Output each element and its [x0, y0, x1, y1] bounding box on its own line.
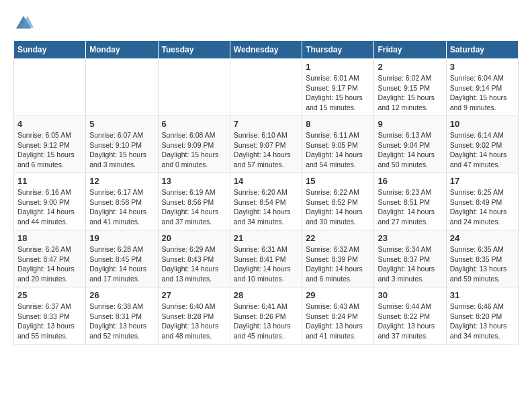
logo	[13, 13, 36, 34]
day-of-week-header: Friday	[374, 41, 446, 59]
calendar-day-cell: 11Sunrise: 6:16 AM Sunset: 9:00 PM Dayli…	[14, 173, 86, 230]
page-header	[13, 13, 519, 34]
calendar-day-cell: 12Sunrise: 6:17 AM Sunset: 8:58 PM Dayli…	[86, 173, 158, 230]
day-info: Sunrise: 6:37 AM Sunset: 8:33 PM Dayligh…	[17, 302, 82, 341]
day-number: 21	[234, 233, 298, 243]
day-info: Sunrise: 6:22 AM Sunset: 8:52 PM Dayligh…	[306, 187, 370, 227]
calendar-week-row: 11Sunrise: 6:16 AM Sunset: 9:00 PM Dayli…	[14, 173, 519, 230]
day-info: Sunrise: 6:13 AM Sunset: 9:04 PM Dayligh…	[378, 130, 442, 170]
calendar-day-cell: 30Sunrise: 6:44 AM Sunset: 8:22 PM Dayli…	[374, 287, 446, 345]
day-number: 22	[306, 233, 370, 243]
calendar-day-cell: 16Sunrise: 6:23 AM Sunset: 8:51 PM Dayli…	[374, 173, 446, 230]
day-info: Sunrise: 6:46 AM Sunset: 8:20 PM Dayligh…	[450, 302, 515, 341]
day-number: 31	[450, 290, 515, 300]
day-of-week-header: Thursday	[302, 41, 374, 59]
calendar-week-row: 1Sunrise: 6:01 AM Sunset: 9:17 PM Daylig…	[14, 59, 519, 116]
day-number: 19	[89, 233, 154, 243]
calendar-day-cell: 7Sunrise: 6:10 AM Sunset: 9:07 PM Daylig…	[230, 116, 302, 173]
day-number: 9	[378, 119, 442, 129]
day-info: Sunrise: 6:02 AM Sunset: 9:15 PM Dayligh…	[378, 73, 442, 113]
day-number: 28	[234, 290, 298, 300]
day-number: 23	[378, 233, 442, 243]
day-info: Sunrise: 6:07 AM Sunset: 9:10 PM Dayligh…	[89, 130, 154, 170]
calendar-day-cell: 10Sunrise: 6:14 AM Sunset: 9:02 PM Dayli…	[446, 116, 518, 173]
calendar-day-cell: 2Sunrise: 6:02 AM Sunset: 9:15 PM Daylig…	[374, 59, 446, 116]
calendar-day-cell: 28Sunrise: 6:41 AM Sunset: 8:26 PM Dayli…	[230, 287, 302, 345]
calendar-day-cell	[14, 59, 86, 116]
day-number: 12	[89, 176, 154, 186]
day-info: Sunrise: 6:41 AM Sunset: 8:26 PM Dayligh…	[234, 302, 298, 341]
day-number: 14	[234, 176, 298, 186]
day-of-week-header: Saturday	[446, 41, 518, 59]
day-of-week-header: Monday	[86, 41, 158, 59]
day-of-week-header: Sunday	[14, 41, 86, 59]
calendar-day-cell: 27Sunrise: 6:40 AM Sunset: 8:28 PM Dayli…	[158, 287, 230, 345]
day-info: Sunrise: 6:19 AM Sunset: 8:56 PM Dayligh…	[162, 187, 226, 227]
day-info: Sunrise: 6:16 AM Sunset: 9:00 PM Dayligh…	[17, 187, 82, 227]
calendar-day-cell: 23Sunrise: 6:34 AM Sunset: 8:37 PM Dayli…	[374, 230, 446, 287]
calendar-day-cell: 31Sunrise: 6:46 AM Sunset: 8:20 PM Dayli…	[446, 287, 518, 345]
calendar-day-cell: 9Sunrise: 6:13 AM Sunset: 9:04 PM Daylig…	[374, 116, 446, 173]
day-number: 2	[378, 62, 442, 72]
calendar-day-cell: 13Sunrise: 6:19 AM Sunset: 8:56 PM Dayli…	[158, 173, 230, 230]
day-info: Sunrise: 6:25 AM Sunset: 8:49 PM Dayligh…	[450, 187, 515, 227]
calendar-day-cell	[158, 59, 230, 116]
day-info: Sunrise: 6:14 AM Sunset: 9:02 PM Dayligh…	[450, 130, 515, 170]
day-number: 7	[234, 119, 298, 129]
calendar-week-row: 25Sunrise: 6:37 AM Sunset: 8:33 PM Dayli…	[14, 287, 519, 345]
calendar-day-cell: 6Sunrise: 6:08 AM Sunset: 9:09 PM Daylig…	[158, 116, 230, 173]
logo-icon	[13, 13, 34, 34]
calendar-day-cell: 14Sunrise: 6:20 AM Sunset: 8:54 PM Dayli…	[230, 173, 302, 230]
calendar-day-cell: 3Sunrise: 6:04 AM Sunset: 9:14 PM Daylig…	[446, 59, 518, 116]
day-number: 25	[17, 290, 82, 300]
calendar-day-cell: 4Sunrise: 6:05 AM Sunset: 9:12 PM Daylig…	[14, 116, 86, 173]
day-number: 3	[450, 62, 515, 72]
day-info: Sunrise: 6:43 AM Sunset: 8:24 PM Dayligh…	[306, 302, 370, 341]
day-info: Sunrise: 6:31 AM Sunset: 8:41 PM Dayligh…	[234, 244, 298, 284]
calendar-day-cell: 29Sunrise: 6:43 AM Sunset: 8:24 PM Dayli…	[302, 287, 374, 345]
calendar-day-cell: 8Sunrise: 6:11 AM Sunset: 9:05 PM Daylig…	[302, 116, 374, 173]
day-number: 13	[162, 176, 226, 186]
calendar-day-cell: 26Sunrise: 6:38 AM Sunset: 8:31 PM Dayli…	[86, 287, 158, 345]
day-of-week-header: Tuesday	[158, 41, 230, 59]
day-info: Sunrise: 6:35 AM Sunset: 8:35 PM Dayligh…	[450, 244, 515, 284]
calendar-day-cell: 20Sunrise: 6:29 AM Sunset: 8:43 PM Dayli…	[158, 230, 230, 287]
day-info: Sunrise: 6:05 AM Sunset: 9:12 PM Dayligh…	[17, 130, 82, 170]
day-number: 26	[89, 290, 154, 300]
calendar-table: SundayMondayTuesdayWednesdayThursdayFrid…	[13, 40, 519, 345]
day-info: Sunrise: 6:40 AM Sunset: 8:28 PM Dayligh…	[162, 302, 226, 341]
day-info: Sunrise: 6:26 AM Sunset: 8:47 PM Dayligh…	[17, 244, 82, 284]
day-number: 27	[162, 290, 226, 300]
day-info: Sunrise: 6:01 AM Sunset: 9:17 PM Dayligh…	[306, 73, 370, 113]
day-info: Sunrise: 6:08 AM Sunset: 9:09 PM Dayligh…	[162, 130, 226, 170]
day-number: 1	[306, 62, 370, 72]
day-number: 20	[162, 233, 226, 243]
calendar-week-row: 18Sunrise: 6:26 AM Sunset: 8:47 PM Dayli…	[14, 230, 519, 287]
day-info: Sunrise: 6:38 AM Sunset: 8:31 PM Dayligh…	[89, 302, 154, 341]
calendar-day-cell: 24Sunrise: 6:35 AM Sunset: 8:35 PM Dayli…	[446, 230, 518, 287]
day-info: Sunrise: 6:32 AM Sunset: 8:39 PM Dayligh…	[306, 244, 370, 284]
day-number: 29	[306, 290, 370, 300]
calendar-day-cell: 1Sunrise: 6:01 AM Sunset: 9:17 PM Daylig…	[302, 59, 374, 116]
day-number: 24	[450, 233, 515, 243]
calendar-day-cell	[230, 59, 302, 116]
day-info: Sunrise: 6:29 AM Sunset: 8:43 PM Dayligh…	[162, 244, 226, 284]
calendar-day-cell: 5Sunrise: 6:07 AM Sunset: 9:10 PM Daylig…	[86, 116, 158, 173]
day-info: Sunrise: 6:44 AM Sunset: 8:22 PM Dayligh…	[378, 302, 442, 341]
day-info: Sunrise: 6:28 AM Sunset: 8:45 PM Dayligh…	[89, 244, 154, 284]
calendar-week-row: 4Sunrise: 6:05 AM Sunset: 9:12 PM Daylig…	[14, 116, 519, 173]
day-number: 16	[378, 176, 442, 186]
day-number: 10	[450, 119, 515, 129]
day-number: 8	[306, 119, 370, 129]
day-number: 11	[17, 176, 82, 186]
day-info: Sunrise: 6:10 AM Sunset: 9:07 PM Dayligh…	[234, 130, 298, 170]
day-info: Sunrise: 6:34 AM Sunset: 8:37 PM Dayligh…	[378, 244, 442, 284]
calendar-day-cell	[86, 59, 158, 116]
day-number: 15	[306, 176, 370, 186]
day-of-week-header: Wednesday	[230, 41, 302, 59]
day-number: 5	[89, 119, 154, 129]
day-number: 30	[378, 290, 442, 300]
day-number: 6	[162, 119, 226, 129]
day-info: Sunrise: 6:11 AM Sunset: 9:05 PM Dayligh…	[306, 130, 370, 170]
day-number: 4	[17, 119, 82, 129]
